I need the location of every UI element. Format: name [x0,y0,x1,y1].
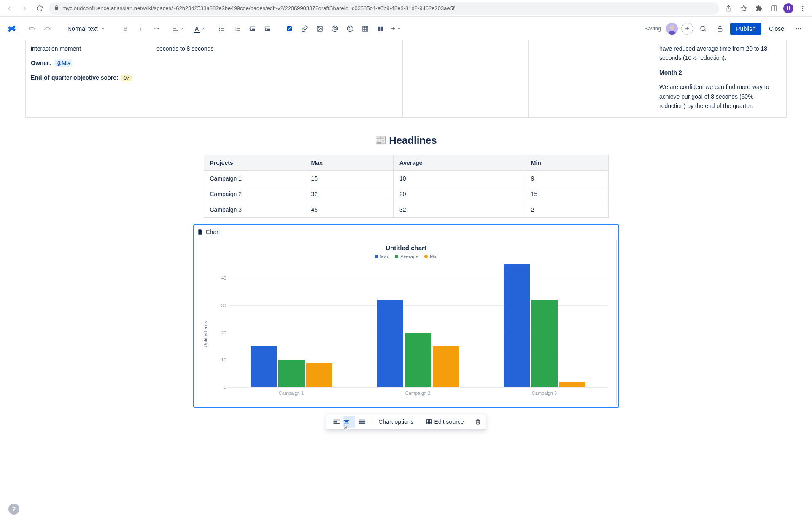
y-tick-label: 0 [216,385,227,390]
svg-rect-2 [772,6,777,11]
table-row[interactable]: Campaign 345322 [204,202,608,218]
svg-rect-60 [344,420,349,421]
svg-rect-62 [344,423,349,423]
insert-button[interactable] [389,22,402,35]
invite-button[interactable]: + [681,23,693,35]
y-tick-label: 20 [216,330,227,335]
table-header[interactable]: Projects [204,155,305,171]
italic-button[interactable]: I [134,22,148,35]
svg-rect-61 [345,421,348,422]
user-avatar[interactable] [666,23,678,35]
table-cell[interactable]: 20 [393,186,525,202]
objective-cell[interactable]: interaction moment Owner: @Mia End-of-qu… [26,40,151,117]
y-tick-label: 40 [216,275,227,280]
bar-group: Campaign 3 [481,264,608,387]
text-color-button[interactable]: A [193,22,207,35]
table-cell[interactable]: Campaign 3 [204,202,305,218]
bar [377,300,403,388]
trash-icon [475,419,481,425]
chart-macro[interactable]: Chart Untitled chart MaxAverageMin Untit… [193,224,619,408]
restrictions-button[interactable] [713,22,727,35]
empty-cell[interactable] [277,40,403,117]
table-cell[interactable]: 15 [525,186,608,202]
edit-source-button[interactable]: Edit source [422,417,468,427]
browser-url-bar[interactable]: mycloudconfluence.atlassian.net/wiki/spa… [49,2,719,15]
headlines-heading[interactable]: 📰 Headlines [0,135,812,146]
delete-button[interactable] [472,416,484,428]
table-cell[interactable]: 32 [393,202,525,218]
objectives-table-row[interactable]: interaction moment Owner: @Mia End-of-qu… [25,40,787,118]
extensions-icon[interactable] [753,3,765,14]
mention-button[interactable] [328,22,342,35]
y-tick-label: 30 [216,303,227,308]
more-actions-button[interactable] [792,22,805,35]
table-header[interactable]: Average [393,155,525,171]
legend-item: Max [375,254,389,259]
publish-button[interactable]: Publish [730,23,761,35]
table-cell[interactable]: Campaign 1 [204,171,305,186]
chart-floating-toolbar: Chart options Edit source [326,414,486,430]
table-header[interactable]: Max [305,155,393,171]
outdent-button[interactable] [245,22,259,35]
bold-button[interactable]: B [119,22,132,35]
svg-rect-45 [378,26,380,31]
bullet-list-button[interactable] [215,22,229,35]
bar-group: Campaign 2 [355,264,481,387]
table-cell[interactable]: 32 [305,186,393,202]
image-button[interactable] [313,22,326,35]
empty-cell[interactable] [529,40,654,117]
url-text: mycloudconfluence.atlassian.net/wiki/spa… [62,5,455,11]
table-cell[interactable]: 15 [305,171,393,186]
emoji-button[interactable] [343,22,357,35]
table-cell[interactable]: 2 [525,202,608,218]
notes-cell[interactable]: have reduced average time from 20 to 18 … [654,40,781,117]
table-cell[interactable]: Campaign 2 [204,186,305,202]
svg-point-35 [318,27,319,28]
numbered-list-button[interactable]: 123 [230,22,244,35]
bar [306,363,332,387]
browser-menu-icon[interactable] [797,3,809,14]
empty-cell[interactable] [403,40,529,117]
table-header[interactable]: Min [525,155,608,171]
table-icon [426,419,432,425]
find-button[interactable] [696,22,710,35]
svg-point-37 [347,26,353,31]
table-button[interactable] [359,22,372,35]
confluence-logo-icon[interactable] [7,24,17,34]
sidepanel-icon[interactable] [768,3,780,14]
star-icon[interactable] [738,3,750,14]
text-style-select[interactable]: Normal text [64,24,109,34]
table-cell[interactable]: 9 [525,171,608,186]
align-wide-button[interactable] [356,416,368,428]
table-row[interactable]: Campaign 2322015 [204,186,608,202]
chevron-down-icon [201,27,205,31]
align-left-button[interactable] [331,416,343,428]
layouts-button[interactable] [374,22,387,35]
browser-back-icon[interactable] [3,3,15,14]
svg-point-8 [155,28,156,29]
chevron-down-icon [100,26,105,31]
user-mention[interactable]: @Mia [54,59,72,67]
share-icon[interactable] [723,3,734,14]
table-cell[interactable]: 10 [393,171,525,186]
redo-button[interactable] [40,22,54,35]
y-axis-label: Untitled axis [201,313,208,348]
indent-button[interactable] [261,22,274,35]
table-cell[interactable]: 45 [305,202,393,218]
action-item-button[interactable] [283,22,296,35]
align-center-button[interactable] [343,416,355,428]
browser-reload-icon[interactable] [34,3,46,14]
more-formatting-button[interactable] [149,22,163,35]
kr-cell[interactable]: seconds to 8 seconds [151,40,277,117]
table-row[interactable]: Campaign 115109 [204,171,608,186]
svg-rect-59 [334,423,340,424]
close-button[interactable]: Close [765,23,788,35]
browser-profile-avatar[interactable]: H [783,3,793,13]
browser-forward-icon[interactable] [19,3,30,14]
svg-point-39 [351,27,351,28]
chart-options-button[interactable]: Chart options [374,417,418,427]
align-button[interactable] [171,22,185,35]
undo-button[interactable] [25,22,39,35]
headlines-table[interactable]: ProjectsMaxAverageMin Campaign 115109Cam… [204,155,609,218]
link-button[interactable] [298,22,311,35]
